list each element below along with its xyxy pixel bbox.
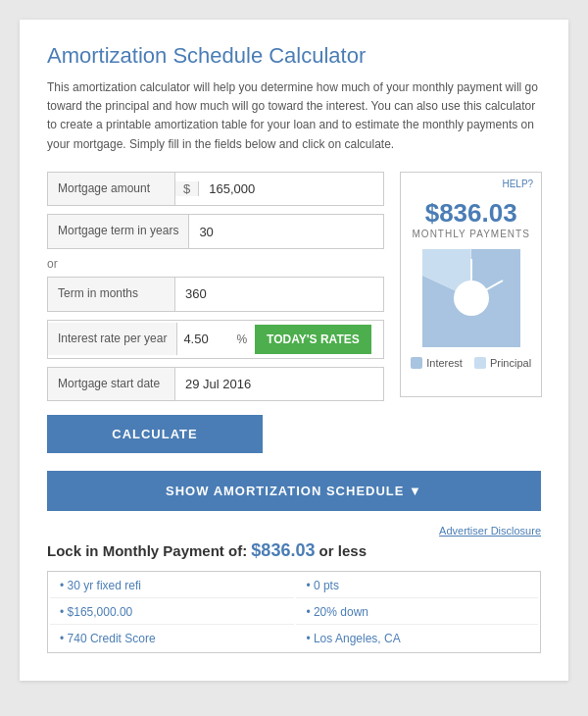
pie-chart — [422, 249, 520, 347]
term-months-label: Term in months — [48, 278, 175, 311]
interest-rate-label: Interest rate per year — [48, 323, 177, 356]
bullet-icon — [60, 605, 68, 619]
lock-right-1-text: 0 pts — [314, 579, 339, 592]
mortgage-amount-input[interactable] — [199, 173, 383, 205]
lock-right-3-text: Los Angeles, CA — [314, 632, 401, 645]
pie-chart-container — [411, 249, 531, 347]
table-row: 740 Credit Score Los Angeles, CA — [50, 627, 538, 650]
principal-legend-label: Principal — [490, 357, 531, 369]
pie-legend: Interest Principal — [411, 357, 531, 369]
table-row: 30 yr fixed refi 0 pts — [50, 574, 538, 598]
bullet-icon — [306, 632, 314, 645]
mortgage-amount-prefix: $ — [175, 181, 199, 196]
lock-amount: $836.03 — [251, 540, 315, 560]
term-months-input[interactable] — [175, 278, 383, 310]
lock-item-left-3: 740 Credit Score — [50, 627, 294, 650]
bullet-icon — [60, 579, 68, 592]
show-schedule-button[interactable]: SHOW AMORTIZATION SCHEDULE ▼ — [47, 471, 541, 511]
lock-right-2-text: 20% down — [314, 605, 368, 619]
or-label: or — [47, 257, 384, 271]
mortgage-term-years-input[interactable] — [189, 216, 383, 248]
interest-legend-label: Interest — [426, 357, 463, 369]
lock-left-1-text: 30 yr fixed refi — [68, 579, 141, 592]
page-title: Amortization Schedule Calculator — [47, 43, 541, 69]
calculate-button[interactable]: CALCULATE — [47, 415, 263, 453]
lock-left-3-text: 740 Credit Score — [68, 632, 156, 645]
help-link[interactable]: HELP? — [502, 179, 533, 189]
interest-rate-input[interactable] — [177, 323, 236, 355]
principal-color-dot — [474, 357, 486, 369]
result-panel: HELP? $836.03 MONTHLY PAYMENTS — [400, 172, 542, 397]
bullet-icon — [306, 605, 314, 619]
principal-legend: Principal — [474, 357, 531, 369]
form-section: Mortgage amount $ Mortgage term in years… — [47, 172, 384, 453]
start-date-label: Mortgage start date — [48, 368, 175, 401]
table-row: $165,000.00 20% down — [50, 600, 538, 625]
interest-legend: Interest — [411, 357, 463, 369]
svg-point-4 — [454, 281, 489, 316]
mortgage-term-years-label: Mortgage term in years — [48, 215, 189, 248]
advertiser-row: Advertiser Disclosure — [47, 525, 541, 537]
interest-rate-suffix: % — [236, 332, 251, 346]
lock-title-prefix: Lock in Monthly Payment of: — [47, 542, 247, 559]
monthly-amount: $836.03 — [411, 198, 531, 229]
lock-title: Lock in Monthly Payment of: $836.03 or l… — [47, 540, 541, 561]
lock-item-right-1: 0 pts — [296, 574, 538, 598]
mortgage-amount-row: Mortgage amount $ — [47, 172, 384, 207]
lock-item-right-2: 20% down — [296, 600, 538, 625]
interest-rate-row: Interest rate per year % TODAY'S RATES — [47, 320, 384, 359]
mortgage-term-years-row: Mortgage term in years — [47, 214, 384, 249]
start-date-input[interactable] — [175, 368, 383, 400]
lock-section: Advertiser Disclosure Lock in Monthly Pa… — [47, 525, 541, 661]
mortgage-amount-label: Mortgage amount — [48, 173, 175, 206]
lock-table: 30 yr fixed refi 0 pts $165,000.00 20% d… — [47, 571, 541, 653]
lock-item-left-2: $165,000.00 — [50, 600, 294, 625]
interest-input-wrapper: % TODAY'S RATES — [177, 321, 383, 358]
lock-item-left-1: 30 yr fixed refi — [50, 574, 294, 598]
term-months-row: Term in months — [47, 277, 384, 312]
todays-rates-button[interactable]: TODAY'S RATES — [255, 325, 371, 354]
monthly-label: MONTHLY PAYMENTS — [411, 229, 531, 239]
bullet-icon — [60, 632, 68, 645]
lock-left-2-text: $165,000.00 — [68, 605, 133, 619]
interest-color-dot — [411, 357, 422, 369]
lock-item-right-3: Los Angeles, CA — [296, 627, 538, 650]
lock-suffix: or less — [319, 542, 367, 559]
advertiser-disclosure-link[interactable]: Advertiser Disclosure — [439, 525, 541, 537]
bullet-icon — [306, 579, 314, 592]
page-description: This amortization calculator will help y… — [47, 78, 541, 154]
start-date-row: Mortgage start date — [47, 367, 384, 402]
main-row: Mortgage amount $ Mortgage term in years… — [47, 172, 541, 453]
main-card: Amortization Schedule Calculator This am… — [20, 20, 568, 681]
